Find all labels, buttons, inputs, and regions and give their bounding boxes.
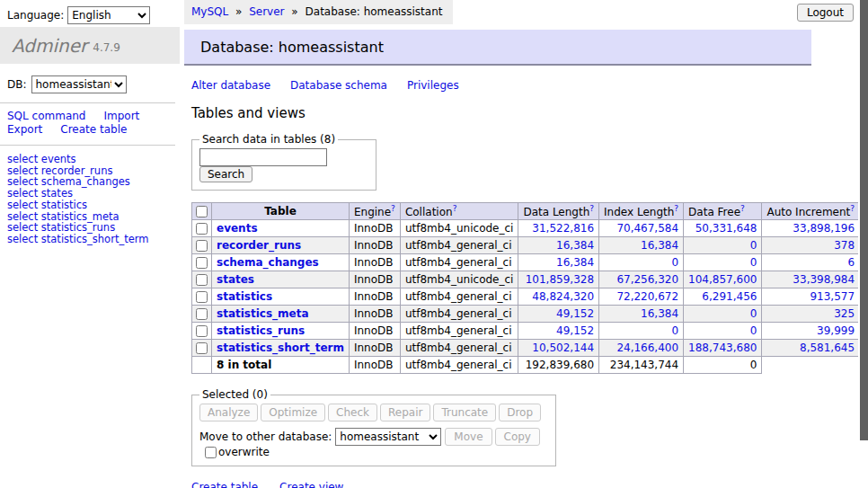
language-select[interactable]: English <box>67 6 150 24</box>
column-help-link[interactable]: ? <box>674 204 678 213</box>
index-length-link[interactable]: 0 <box>671 256 678 269</box>
row-checkbox[interactable] <box>196 291 208 303</box>
total-data-free: 0 <box>684 357 762 374</box>
index-length-link[interactable]: 0 <box>671 324 678 337</box>
table-row: statistics_short_termInnoDButf8mb4_gener… <box>192 340 868 357</box>
column-header: Table <box>212 203 350 220</box>
column-header: Engine? <box>349 203 400 220</box>
overwrite-option: overwrite <box>203 446 270 458</box>
table-name-link[interactable]: statistics_short_term <box>217 342 344 354</box>
data-length-link[interactable]: 16,384 <box>556 239 594 252</box>
column-help-link[interactable]: ? <box>391 204 395 213</box>
auto-increment-link[interactable]: 33,898,196 <box>793 222 855 235</box>
data-length-link[interactable]: 31,522,816 <box>532 222 594 235</box>
table-name-link[interactable]: recorder_runs <box>217 239 301 252</box>
data-length-link[interactable]: 49,152 <box>556 307 594 320</box>
row-checkbox[interactable] <box>196 274 208 286</box>
index-length-link[interactable]: 16,384 <box>641 239 678 252</box>
table-name-link[interactable]: statistics <box>217 290 272 303</box>
sidebar-command-link[interactable]: Import <box>103 110 139 122</box>
collation-cell: utf8mb4_unicode_ci <box>400 220 518 237</box>
column-help-link[interactable]: ? <box>740 204 745 213</box>
adminer-version: 4.7.9 <box>93 37 120 54</box>
table-name-link[interactable]: schema_changes <box>217 256 319 269</box>
select-all-checkbox[interactable] <box>196 206 208 217</box>
selected-buttons-row: AnalyzeOptimizeCheckRepairTruncateDrop <box>199 404 548 421</box>
auto-increment-link[interactable]: 33,398,984 <box>793 273 855 286</box>
create-links-row: Create tableCreate view <box>191 481 858 488</box>
data-free-link[interactable]: 0 <box>750 324 757 337</box>
row-checkbox[interactable] <box>196 342 208 354</box>
language-row: Language:English <box>0 0 180 27</box>
data-length-link[interactable]: 101,859,328 <box>526 273 594 286</box>
auto-increment-link[interactable]: 913,577 <box>810 290 855 303</box>
db-action-link[interactable]: Database schema <box>290 79 387 92</box>
db-action-link[interactable]: Privileges <box>407 79 459 92</box>
selected-legend: Selected (0) <box>199 388 270 401</box>
data-free-link[interactable]: 104,857,600 <box>688 273 757 286</box>
data-free-link[interactable]: 50,331,648 <box>695 222 757 235</box>
sidebar-command-link[interactable]: Export <box>7 123 42 136</box>
scrollbar-thumb[interactable] <box>860 0 868 440</box>
logout-button[interactable]: Logout <box>797 4 854 22</box>
db-action-link[interactable]: Alter database <box>191 79 270 92</box>
data-free-link[interactable]: 0 <box>750 239 757 252</box>
row-checkbox[interactable] <box>196 257 208 269</box>
move-db-select[interactable]: homeassistant <box>335 428 441 446</box>
sidebar-select-link[interactable]: select statistics_short_term <box>7 233 148 245</box>
column-help-link[interactable]: ? <box>589 204 594 213</box>
sidebar-command-link[interactable]: Create table <box>60 123 127 136</box>
sidebar-command-link[interactable]: SQL command <box>7 110 85 122</box>
auto-increment-link[interactable]: 39,999 <box>817 324 855 337</box>
data-length-link[interactable]: 49,152 <box>556 324 594 337</box>
breadcrumb: MySQL » Server » Database: homeassistant <box>184 0 453 24</box>
row-checkbox[interactable] <box>196 240 208 252</box>
adminer-brand: Adminer <box>12 35 87 57</box>
index-length-link[interactable]: 72,220,672 <box>616 290 678 303</box>
overwrite-checkbox[interactable] <box>205 447 217 458</box>
optimize-button: Optimize <box>261 404 325 421</box>
sidebar: Language:English Adminer 4.7.9 DB:homeas… <box>0 0 180 245</box>
auto-increment-link[interactable]: 8,581,645 <box>800 342 855 354</box>
db-select[interactable]: homeassistant <box>31 75 127 93</box>
column-help-link[interactable]: ? <box>850 204 855 213</box>
index-length-link[interactable]: 67,256,320 <box>616 273 678 286</box>
column-header: Data Length? <box>518 203 599 220</box>
create-table-link[interactable]: Create table <box>191 481 258 488</box>
row-checkbox[interactable] <box>196 325 208 337</box>
table-name-link[interactable]: statistics_runs <box>217 324 305 337</box>
move-row: Move to other database:homeassistantMove… <box>199 428 548 458</box>
auto-increment-link[interactable]: 6 <box>847 256 855 269</box>
breadcrumb-link[interactable]: MySQL <box>191 5 228 18</box>
create-view-link[interactable]: Create view <box>279 481 343 488</box>
total-label: 8 in total <box>212 357 350 374</box>
column-help-link[interactable]: ? <box>453 204 457 213</box>
data-free-link[interactable]: 0 <box>750 256 757 269</box>
table-total-row: 8 in totalInnoDButf8mb4_general_ci192,83… <box>192 357 868 374</box>
data-free-link[interactable]: 0 <box>750 307 757 320</box>
data-length-link[interactable]: 10,502,144 <box>532 342 594 354</box>
data-free-link[interactable]: 188,743,680 <box>688 342 757 354</box>
table-name-link[interactable]: states <box>217 273 254 286</box>
data-length-link[interactable]: 16,384 <box>556 256 594 269</box>
table-name-link[interactable]: events <box>217 222 258 235</box>
language-label: Language: <box>7 9 64 22</box>
data-free-link[interactable]: 6,291,456 <box>702 290 757 303</box>
breadcrumb-link[interactable]: Server <box>249 5 284 18</box>
search-button[interactable]: Search <box>199 166 252 182</box>
engine-cell: InnoDB <box>349 254 400 271</box>
data-length-link[interactable]: 48,824,320 <box>532 290 594 303</box>
table-row: statesInnoDButf8mb4_unicode_ci101,859,32… <box>192 271 868 288</box>
tables-heading: Tables and views <box>191 105 858 121</box>
scrollbar-track[interactable] <box>858 0 868 488</box>
index-length-link[interactable]: 16,384 <box>641 307 678 320</box>
auto-increment-link[interactable]: 325 <box>834 307 855 320</box>
index-length-link[interactable]: 24,166,400 <box>616 342 678 354</box>
sidebar-table-item: select statistics_short_term <box>7 234 180 245</box>
search-input[interactable] <box>199 148 327 166</box>
row-checkbox[interactable] <box>196 223 208 235</box>
row-checkbox[interactable] <box>196 308 208 320</box>
table-name-link[interactable]: statistics_meta <box>217 307 309 320</box>
auto-increment-link[interactable]: 378 <box>834 239 855 252</box>
index-length-link[interactable]: 70,467,584 <box>616 222 678 235</box>
